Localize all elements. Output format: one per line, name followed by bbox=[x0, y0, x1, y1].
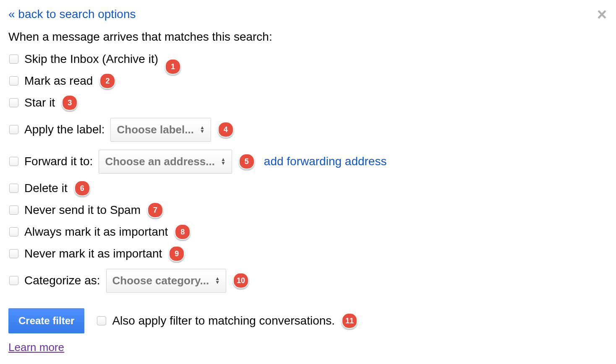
option-delete-it-row: Delete it 6 bbox=[8, 180, 608, 196]
annotation-badge-11: 11 bbox=[342, 313, 358, 329]
annotation-badge-6: 6 bbox=[74, 180, 90, 196]
annotation-badge-9: 9 bbox=[169, 246, 185, 262]
footer-row: Create filter Also apply filter to match… bbox=[8, 308, 608, 333]
select-stepper-icon: ▲▼ bbox=[221, 158, 226, 165]
skip-inbox-checkbox[interactable] bbox=[9, 55, 18, 64]
never-important-label: Never mark it as important bbox=[24, 247, 162, 260]
annotation-badge-5: 5 bbox=[239, 153, 255, 169]
select-stepper-icon: ▲▼ bbox=[200, 126, 205, 133]
option-categorize-row: Categorize as: Choose category... ▲▼ 10 bbox=[8, 268, 608, 294]
forward-address-select-text: Choose an address... bbox=[105, 155, 215, 168]
also-apply-label: Also apply filter to matching conversati… bbox=[112, 314, 335, 328]
create-filter-button[interactable]: Create filter bbox=[8, 308, 84, 333]
option-never-important-row: Never mark it as important 9 bbox=[8, 246, 608, 262]
mark-read-checkbox[interactable] bbox=[9, 76, 18, 86]
categorize-select[interactable]: Choose category... ▲▼ bbox=[106, 269, 227, 293]
annotation-badge-2: 2 bbox=[99, 73, 115, 89]
always-important-label: Always mark it as important bbox=[24, 225, 168, 239]
forward-address-select[interactable]: Choose an address... ▲▼ bbox=[99, 150, 232, 174]
always-important-checkbox[interactable] bbox=[9, 227, 18, 237]
also-apply-checkbox[interactable] bbox=[97, 316, 106, 325]
option-forward-row: Forward it to: Choose an address... ▲▼ 5… bbox=[8, 148, 608, 174]
annotation-badge-7: 7 bbox=[147, 202, 163, 218]
option-never-spam-row: Never send it to Spam 7 bbox=[8, 202, 608, 218]
annotation-badge-3: 3 bbox=[62, 95, 78, 111]
select-stepper-icon: ▲▼ bbox=[215, 277, 220, 284]
categorize-label: Categorize as: bbox=[24, 274, 100, 287]
filter-panel: « back to search options × When a messag… bbox=[0, 0, 616, 362]
option-apply-label-row: Apply the label: Choose label... ▲▼ 4 bbox=[8, 117, 608, 143]
mark-read-label: Mark as read bbox=[24, 74, 93, 88]
never-important-checkbox[interactable] bbox=[9, 249, 18, 258]
annotation-badge-1: 1 bbox=[165, 59, 181, 75]
panel-heading: When a message arrives that matches this… bbox=[8, 30, 608, 44]
option-mark-read-row: Mark as read 2 bbox=[8, 73, 608, 89]
delete-it-checkbox[interactable] bbox=[9, 184, 18, 193]
star-it-checkbox[interactable] bbox=[9, 98, 18, 107]
forward-checkbox[interactable] bbox=[9, 157, 18, 166]
categorize-select-text: Choose category... bbox=[112, 274, 209, 287]
annotation-badge-10: 10 bbox=[233, 273, 249, 289]
close-icon[interactable]: × bbox=[597, 6, 607, 23]
option-star-it-row: Star it 3 bbox=[8, 95, 608, 111]
apply-label-label: Apply the label: bbox=[24, 123, 104, 136]
never-spam-label: Never send it to Spam bbox=[24, 203, 141, 217]
apply-label-checkbox[interactable] bbox=[9, 125, 18, 134]
apply-label-select[interactable]: Choose label... ▲▼ bbox=[110, 118, 211, 142]
star-it-label: Star it bbox=[24, 96, 55, 109]
delete-it-label: Delete it bbox=[24, 182, 68, 195]
apply-label-select-text: Choose label... bbox=[117, 123, 194, 136]
never-spam-checkbox[interactable] bbox=[9, 205, 18, 215]
skip-inbox-label: Skip the Inbox (Archive it) bbox=[24, 52, 158, 66]
annotation-badge-4: 4 bbox=[218, 122, 234, 138]
annotation-badge-8: 8 bbox=[175, 224, 191, 240]
forward-label: Forward it to: bbox=[24, 155, 93, 168]
option-always-important-row: Always mark it as important 8 bbox=[8, 224, 608, 240]
learn-more-link[interactable]: Learn more bbox=[8, 341, 64, 354]
also-apply-container: Also apply filter to matching conversati… bbox=[96, 314, 335, 328]
categorize-checkbox[interactable] bbox=[9, 276, 18, 285]
option-skip-inbox-row: Skip the Inbox (Archive it) 1 bbox=[8, 51, 608, 67]
add-forwarding-address-link[interactable]: add forwarding address bbox=[264, 155, 387, 168]
back-to-search-link[interactable]: « back to search options bbox=[8, 8, 136, 21]
